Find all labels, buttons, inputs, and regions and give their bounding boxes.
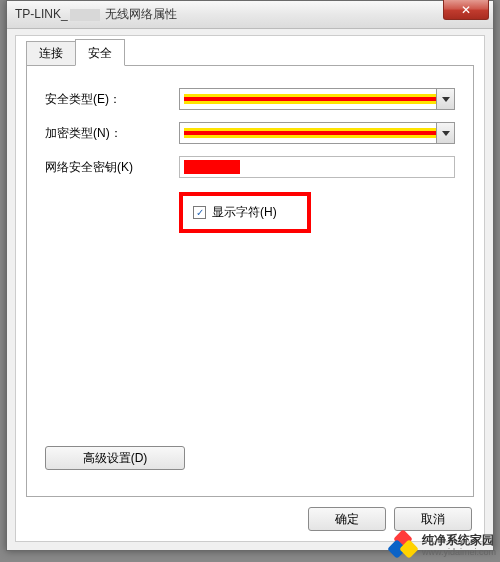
row-security-type: 安全类型(E)： [45,88,455,110]
security-type-combo[interactable] [179,88,455,110]
chevron-down-icon[interactable] [436,123,454,143]
show-characters-checkbox[interactable]: ✓ [193,206,206,219]
show-characters-label: 显示字符(H) [212,204,277,221]
encryption-type-label: 加密类型(N)： [45,125,179,142]
tab-panel-security: 安全类型(E)： 加密类型(N)： 网络安全密钥(K) [26,65,474,497]
cancel-button[interactable]: 取消 [394,507,472,531]
dialog-body: 连接 安全 安全类型(E)： 加密类型(N)： 网络安全密钥(K) [15,35,485,542]
row-network-key: 网络安全密钥(K) [45,156,455,178]
close-button[interactable]: ✕ [443,0,489,20]
security-type-label: 安全类型(E)： [45,91,179,108]
tab-security[interactable]: 安全 [75,39,125,66]
security-type-value-redacted [184,94,436,104]
title-bar[interactable]: TP-LINK_ 无线网络属性 ✕ [7,1,493,29]
watermark-text: 纯净系统家园 www.yidaimei.com [422,534,496,557]
encryption-type-combo[interactable] [179,122,455,144]
dialog-footer: 确定 取消 [308,507,472,531]
show-characters-highlight: ✓ 显示字符(H) [179,192,311,233]
dialog-window: TP-LINK_ 无线网络属性 ✕ 连接 安全 安全类型(E)： 加密类型(N)… [6,0,494,551]
close-icon: ✕ [461,3,471,17]
window-title: TP-LINK_ 无线网络属性 [15,6,177,23]
ssid-redacted [70,9,100,21]
advanced-settings-button[interactable]: 高级设置(D) [45,446,185,470]
watermark-logo-icon [390,532,418,560]
chevron-down-icon[interactable] [436,89,454,109]
network-key-value-redacted [184,160,240,174]
row-show-characters: ✓ 显示字符(H) [45,190,455,233]
tab-strip: 连接 安全 [26,42,124,66]
ok-button[interactable]: 确定 [308,507,386,531]
network-key-label: 网络安全密钥(K) [45,159,179,176]
network-key-input[interactable] [179,156,455,178]
encryption-type-value-redacted [184,128,436,138]
tab-connect[interactable]: 连接 [26,41,76,66]
row-encryption-type: 加密类型(N)： [45,122,455,144]
watermark: 纯净系统家园 www.yidaimei.com [390,532,496,560]
